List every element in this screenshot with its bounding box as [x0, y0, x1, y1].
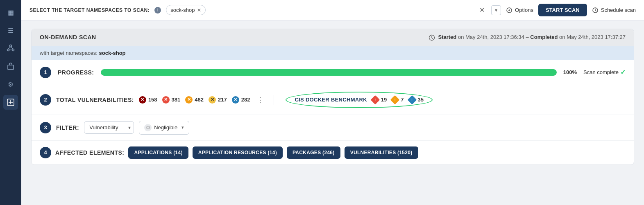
package-icon[interactable]: [3, 59, 18, 74]
svg-line-4: [11, 47, 13, 49]
vuln-low: ✕ 217: [209, 96, 227, 104]
cis-blue-item: ! 35: [408, 96, 424, 104]
list-icon[interactable]: ☰: [3, 23, 18, 38]
svg-point-1: [7, 49, 9, 51]
target-row: with target namespaces: sock-shop: [32, 46, 634, 60]
vulnerability-filter-select[interactable]: Vulnerability Configuration Compliance: [84, 121, 134, 134]
progress-bar-container: [101, 69, 557, 76]
namespace-label: SELECT THE TARGET NAMESPACES TO SCAN:: [29, 7, 150, 13]
clear-button[interactable]: ✕: [478, 5, 486, 16]
critical-count: 158: [148, 97, 157, 103]
info-count: 282: [241, 97, 250, 103]
affected-section: 4 AFFECTED ELEMENTS: APPLICATIONS (14) A…: [32, 141, 634, 164]
vuln-high: ✕ 381: [162, 96, 181, 104]
scan-header: ON-DEMAND SCAN Started on May 24th, 2023…: [32, 29, 634, 46]
vulnerability-filter-wrap: Vulnerability Configuration Compliance ▾: [84, 121, 134, 134]
progress-label: PROGRESS:: [58, 69, 94, 76]
filter-label: FILTER:: [56, 124, 79, 131]
completed-date: on May 24th, 2023 17:37:27: [559, 34, 626, 40]
affected-label: AFFECTED ELEMENTS:: [55, 149, 124, 156]
high-icon: ✕: [162, 96, 170, 104]
namespace-tag: sock-shop ✕: [166, 5, 206, 15]
sidebar: ▦ ☰ ⚙: [0, 0, 21, 205]
options-button[interactable]: Options: [506, 7, 533, 14]
medium-count: 482: [195, 97, 204, 103]
schedule-label: Schedule scan: [601, 7, 636, 13]
svg-line-3: [8, 47, 11, 49]
target-namespace: sock-shop: [99, 50, 126, 56]
low-icon: ✕: [209, 96, 216, 104]
step-3-badge: 3: [40, 122, 51, 133]
packages-button[interactable]: PACKAGES (246): [287, 146, 340, 159]
dashboard-icon[interactable]: ▦: [3, 5, 18, 20]
dropdown-button[interactable]: ▾: [491, 5, 501, 15]
info-sev-icon: ✕: [232, 96, 239, 104]
cis-orange-item: ! 7: [391, 96, 404, 104]
cis-ellipse: CIS DOCKER BENCHMARK ! 19: [286, 92, 433, 108]
nodes-icon[interactable]: [3, 41, 18, 56]
medium-icon: ✕: [185, 96, 193, 104]
more-options-button[interactable]: ⋮: [255, 95, 265, 104]
started-label: Started: [438, 34, 457, 40]
progress-section: 1 PROGRESS: 100% Scan complete ✓: [32, 60, 634, 85]
main-panel: SELECT THE TARGET NAMESPACES TO SCAN: i …: [21, 0, 644, 205]
vuln-medium: ✕ 482: [185, 96, 204, 104]
progress-bar-fill: [101, 69, 557, 76]
check-icon: ✓: [620, 68, 626, 76]
cis-red-item: ! 19: [371, 96, 387, 104]
applications-button[interactable]: APPLICATIONS (14): [128, 146, 188, 159]
filter-section: 3 FILTER: Vulnerability Configuration Co…: [32, 115, 634, 141]
negligible-icon: ⬡: [144, 124, 152, 131]
content-area: ON-DEMAND SCAN Started on May 24th, 2023…: [21, 20, 644, 205]
vuln-critical: ✕ 158: [139, 96, 157, 104]
cis-red-count: 19: [381, 97, 387, 103]
step-4-badge: 4: [40, 147, 51, 158]
severity-filter-button[interactable]: ⬡ Negligible ▾: [139, 121, 189, 135]
severity-dropdown-icon: ▾: [181, 125, 184, 130]
info-icon[interactable]: i: [154, 7, 161, 14]
scan-card: ON-DEMAND SCAN Started on May 24th, 2023…: [31, 29, 634, 165]
svg-point-2: [12, 49, 14, 51]
started-date: on May 24th, 2023 17:36:34: [458, 34, 524, 40]
vuln-info: ✕ 282: [232, 96, 250, 104]
svg-rect-6: [8, 65, 14, 70]
vulnerabilities-section: 2 TOTAL VULNERABILITIES: ✕ 158 ✕ 381 ✕ 4…: [32, 85, 634, 115]
completed-label: Completed: [530, 34, 558, 40]
namespace-remove-icon[interactable]: ✕: [197, 7, 201, 13]
step-2-badge: 2: [40, 94, 51, 106]
severity-label: Negligible: [154, 124, 177, 131]
cis-blue-count: 35: [418, 97, 424, 103]
critical-icon: ✕: [139, 96, 146, 104]
topbar-actions: ✕ ▾ Options START SCAN Schedule scan: [478, 4, 636, 16]
cis-benchmark-section: CIS DOCKER BENCHMARK ! 19: [286, 92, 433, 108]
cis-orange-count: 7: [401, 97, 404, 103]
vuln-label: TOTAL VULNERABILITIES:: [56, 97, 134, 103]
options-label: Options: [515, 7, 533, 13]
application-resources-button[interactable]: APPLICATION RESOURCES (14): [193, 146, 283, 159]
settings-icon[interactable]: ⚙: [3, 77, 18, 92]
schedule-button[interactable]: Schedule scan: [592, 7, 636, 14]
vulnerabilities-button[interactable]: VULNERABILITIES (1520): [345, 146, 418, 159]
target-prefix: with target namespaces:: [40, 50, 98, 56]
topbar: SELECT THE TARGET NAMESPACES TO SCAN: i …: [21, 0, 644, 20]
scan-time: Started on May 24th, 2023 17:36:34 – Com…: [429, 34, 626, 41]
low-count: 217: [218, 97, 227, 103]
scan-title: ON-DEMAND SCAN: [40, 34, 96, 41]
svg-point-0: [10, 45, 12, 47]
step-1-badge: 1: [40, 67, 51, 78]
high-count: 381: [172, 97, 181, 103]
namespace-value: sock-shop: [170, 7, 195, 13]
scan-icon[interactable]: [3, 95, 18, 110]
cis-label: CIS DOCKER BENCHMARK: [295, 97, 367, 103]
start-scan-button[interactable]: START SCAN: [538, 4, 587, 16]
progress-pct: 100%: [563, 69, 577, 75]
dash: –: [526, 34, 530, 40]
scan-complete-label: Scan complete ✓: [583, 68, 626, 76]
divider: [274, 95, 274, 105]
